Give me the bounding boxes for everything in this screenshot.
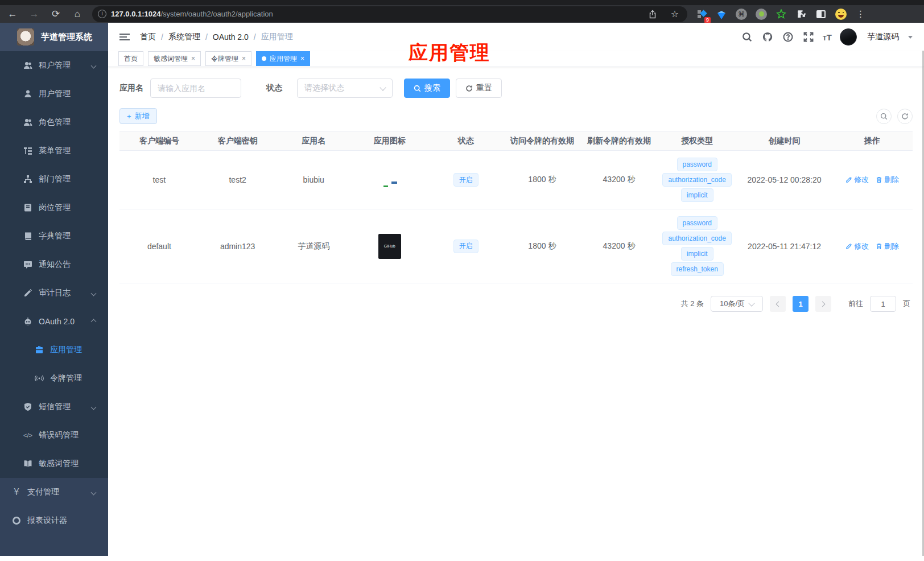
user-avatar[interactable] — [840, 28, 857, 46]
sidebar-item-label: 报表设计器 — [27, 515, 67, 526]
extensions-area: 9 ⌘ ⋮ — [695, 8, 867, 20]
code-icon: </> — [23, 430, 33, 440]
help-icon[interactable] — [782, 31, 794, 43]
github-icon[interactable] — [761, 31, 774, 43]
delete-button[interactable]: 删除 — [876, 241, 899, 251]
sidebar-item-report-designer[interactable]: 报表设计器 — [0, 506, 108, 535]
filter-form: 应用名 状态 请选择状态 搜索 重置 — [119, 79, 913, 98]
col-app-name: 应用名 — [276, 131, 350, 151]
reset-button[interactable]: 重置 — [456, 79, 502, 98]
search-button[interactable]: 搜索 — [404, 79, 450, 98]
close-icon[interactable]: × — [300, 55, 304, 63]
col-client-id: 客户端编号 — [119, 131, 199, 151]
page-number-button[interactable]: 1 — [793, 296, 808, 312]
browser-forward-icon[interactable]: → — [27, 9, 41, 20]
extension-recorder-icon[interactable] — [755, 8, 768, 20]
cell-refresh-ttl: 43200 秒 — [581, 151, 658, 209]
sidebar-collapse-icon[interactable] — [119, 34, 130, 40]
font-size-icon[interactable]: TT — [823, 32, 832, 42]
status-label: 状态 — [266, 83, 282, 93]
sidebar-item-pay[interactable]: ¥ 支付管理 — [0, 478, 108, 506]
fullscreen-icon[interactable] — [802, 31, 815, 43]
sidebar-item-tenant[interactable]: 租户管理 — [0, 51, 108, 80]
tab-home[interactable]: 首页 — [118, 51, 143, 66]
tab-application[interactable]: 应用管理× — [256, 51, 310, 66]
users-icon — [23, 60, 33, 71]
page-unit-label: 页 — [903, 299, 910, 309]
breadcrumb-oauth2[interactable]: OAuth 2.0 — [213, 32, 249, 42]
edit-button[interactable]: 修改 — [845, 241, 869, 251]
sidebar-item-oauth2[interactable]: OAuth 2.0 — [0, 307, 108, 336]
sidebar-item-label: 敏感词管理 — [39, 459, 79, 469]
extension-vue-devtools-icon[interactable] — [775, 8, 787, 20]
breadcrumb-home[interactable]: 首页 — [140, 32, 156, 42]
show-search-icon[interactable] — [876, 109, 892, 124]
sidebar-item-sms[interactable]: 短信管理 — [0, 393, 108, 421]
app-logo[interactable]: 芋道管理系统 — [0, 23, 108, 51]
browser-home-icon[interactable]: ⌂ — [71, 9, 84, 20]
extensions-puzzle-icon[interactable] — [795, 8, 807, 20]
breadcrumb-system[interactable]: 系统管理 — [168, 32, 200, 42]
username[interactable]: 芋道源码 — [867, 32, 899, 42]
grant-tag: implicit — [681, 188, 713, 202]
briefcase-icon — [34, 345, 44, 355]
bookmark-star-icon[interactable]: ☆ — [668, 9, 682, 19]
tab-sensitive-word[interactable]: 敏感词管理× — [148, 51, 201, 66]
app-name-input[interactable] — [150, 79, 241, 98]
add-button[interactable]: +新增 — [119, 108, 157, 124]
prev-page-button[interactable] — [770, 296, 786, 312]
sidebar-item-dict[interactable]: 字典管理 — [0, 222, 108, 250]
page-size-select[interactable]: 10条/页 — [711, 296, 763, 312]
cell-secret: test2 — [199, 151, 277, 209]
url-path: /system/oauth2/oauth2/application — [160, 10, 273, 18]
next-page-button[interactable] — [815, 296, 831, 312]
share-icon[interactable] — [646, 8, 659, 20]
grant-tag: refresh_token — [671, 262, 724, 276]
edit-button[interactable]: 修改 — [845, 175, 869, 185]
goto-page-input[interactable] — [870, 296, 896, 312]
browser-menu-icon[interactable]: ⋮ — [855, 8, 867, 20]
delete-button[interactable]: 删除 — [876, 175, 899, 185]
sidebar-item-dept[interactable]: 部门管理 — [0, 165, 108, 193]
extension-blocks-icon[interactable]: 9 — [695, 8, 708, 20]
sidebar-item-user[interactable]: 用户管理 — [0, 80, 108, 108]
sidebar-item-sensitive-word[interactable]: 敏感词管理 — [0, 449, 108, 478]
address-bar[interactable]: i 127.0.0.1:1024/system/oauth2/oauth2/ap… — [92, 6, 687, 22]
refresh-table-icon[interactable] — [897, 109, 913, 124]
sidebar-item-menu[interactable]: 菜单管理 — [0, 137, 108, 165]
url-text: 127.0.0.1:1024/system/oauth2/oauth2/appl… — [111, 10, 273, 18]
breadcrumb-separator: / — [254, 32, 256, 42]
sidebar-item-role[interactable]: 角色管理 — [0, 108, 108, 137]
browser-back-icon[interactable]: ← — [6, 9, 19, 20]
sidebar-item-oauth2-token[interactable]: 令牌管理 — [0, 364, 108, 393]
extension-command-icon[interactable]: ⌘ — [735, 8, 748, 20]
side-panel-icon[interactable] — [815, 8, 827, 20]
sidebar-item-oauth2-application[interactable]: 应用管理 — [0, 336, 108, 364]
search-icon[interactable] — [741, 31, 753, 43]
profile-avatar-icon[interactable] — [835, 8, 847, 20]
close-icon[interactable]: × — [242, 55, 246, 63]
chevron-down-icon[interactable] — [908, 36, 913, 39]
chevron-down-icon — [91, 63, 97, 68]
sidebar-item-error-code[interactable]: </> 错误码管理 — [0, 421, 108, 449]
tab-label: 令牌管理 — [211, 54, 238, 64]
cell-app-name: biubiu — [276, 151, 350, 209]
sidebar-item-post[interactable]: 岗位管理 — [0, 193, 108, 222]
sidebar-item-label: 错误码管理 — [39, 430, 79, 440]
app-name-label: 应用名 — [119, 83, 143, 93]
sidebar-item-audit-log[interactable]: 审计日志 — [0, 279, 108, 307]
status-select[interactable]: 请选择状态 — [297, 79, 393, 98]
sidebar-item-label: OAuth 2.0 — [39, 317, 75, 326]
sidebar-item-notice[interactable]: 通知公告 — [0, 250, 108, 279]
breadcrumb: 首页/ 系统管理/ OAuth 2.0/ 应用管理 — [140, 32, 293, 42]
site-info-icon[interactable]: i — [98, 10, 106, 18]
menu-tree-icon — [23, 146, 33, 156]
tab-token[interactable]: 令牌管理× — [205, 51, 251, 66]
sidebar-item-label: 用户管理 — [39, 89, 71, 99]
browser-reload-icon[interactable]: ⟳ — [49, 8, 63, 20]
goto-label: 前往 — [848, 299, 863, 309]
close-icon[interactable]: × — [191, 55, 195, 63]
app-title: 芋道管理系统 — [41, 32, 92, 43]
signal-icon — [34, 373, 44, 383]
extension-gem-icon[interactable] — [715, 8, 728, 20]
